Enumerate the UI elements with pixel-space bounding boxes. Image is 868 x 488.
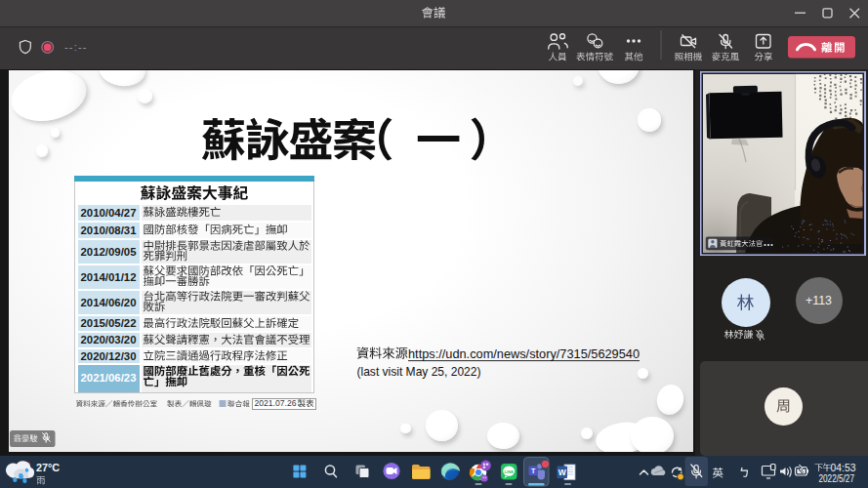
svg-text:2020/12/30: 2020/12/30	[80, 350, 136, 362]
svg-text:2014/01/12: 2014/01/12	[80, 271, 136, 283]
svg-text:--:--: --:--	[64, 41, 88, 53]
svg-text:27°C: 27°C	[36, 462, 60, 473]
svg-text:04:53: 04:53	[831, 462, 856, 473]
svg-text:2010/04/27: 2010/04/27	[80, 207, 136, 219]
svg-text:2020/03/20: 2020/03/20	[80, 334, 136, 346]
svg-text:2012/09/05: 2012/09/05	[80, 246, 137, 258]
svg-text:2022/5/27: 2022/5/27	[819, 473, 855, 484]
svg-text:LINE: LINE	[504, 469, 514, 474]
svg-text:T: T	[531, 468, 536, 474]
svg-text:W: W	[558, 468, 567, 477]
svg-text:2021/06/23: 2021/06/23	[80, 372, 136, 384]
svg-text:2021.07.26: 2021.07.26	[255, 398, 297, 408]
svg-text:2014/06/20: 2014/06/20	[80, 297, 136, 308]
svg-text:2015/05/22: 2015/05/22	[80, 317, 136, 329]
svg-text:https://udn.com/news/story/731: https://udn.com/news/story/7315/5629540	[408, 346, 640, 361]
svg-text:(last visit May 25, 2022): (last visit May 25, 2022)	[357, 364, 481, 379]
svg-text:2010/08/31: 2010/08/31	[80, 224, 137, 236]
svg-text:+113: +113	[806, 294, 832, 307]
